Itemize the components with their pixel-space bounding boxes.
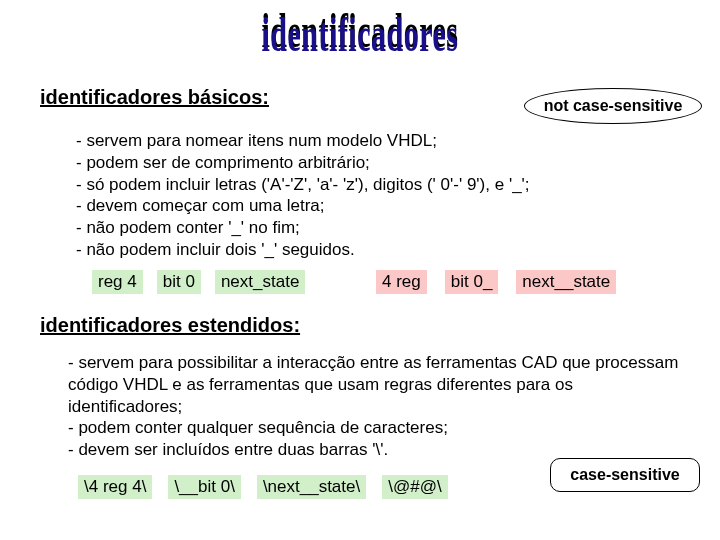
extended-example: \next__state\ [257, 475, 366, 499]
section1-heading: identificadores básicos: [40, 86, 269, 109]
slide-title-block: identificadores identificadores [0, 0, 720, 70]
valid-example: bit 0 [157, 270, 201, 294]
bullet: - devem começar com uma letra; [76, 195, 676, 217]
invalid-example: 4 reg [376, 270, 427, 294]
bullet: - só podem incluir letras ('A'-'Z', 'a'-… [76, 174, 676, 196]
section2-heading: identificadores estendidos: [40, 314, 300, 337]
invalid-example: bit 0_ [445, 270, 499, 294]
extended-identifiers-row: \4 reg 4\ \__bit 0\ \next__state\ \@#@\ [78, 475, 448, 499]
bullet: - servem para possibilitar a interacção … [68, 352, 680, 417]
extended-example: \4 reg 4\ [78, 475, 152, 499]
invalid-example: next__state [516, 270, 616, 294]
section2-bullets: - servem para possibilitar a interacção … [68, 352, 680, 461]
not-case-sensitive-badge: not case-sensitive [524, 88, 702, 124]
case-sensitive-badge: case-sensitive [550, 458, 700, 492]
extended-example: \@#@\ [382, 475, 447, 499]
extended-example: \__bit 0\ [168, 475, 241, 499]
badge1-text: not case-sensitive [544, 97, 683, 115]
valid-identifiers-row: reg 4 bit 0 next_state [92, 270, 305, 294]
title-text: identificadores [262, 8, 459, 62]
valid-example: reg 4 [92, 270, 143, 294]
bullet: - servem para nomear itens num modelo VH… [76, 130, 676, 152]
bullet: - podem conter qualquer sequência de car… [68, 417, 680, 439]
bullet: - podem ser de comprimento arbitrário; [76, 152, 676, 174]
valid-example: next_state [215, 270, 305, 294]
badge2-text: case-sensitive [570, 466, 679, 484]
bullet: - não podem incluir dois '_' seguidos. [76, 239, 676, 261]
invalid-identifiers-row: 4 reg bit 0_ next__state [376, 270, 616, 294]
bullet: - não podem conter '_' no fim; [76, 217, 676, 239]
section1-bullets: - servem para nomear itens num modelo VH… [76, 130, 676, 261]
